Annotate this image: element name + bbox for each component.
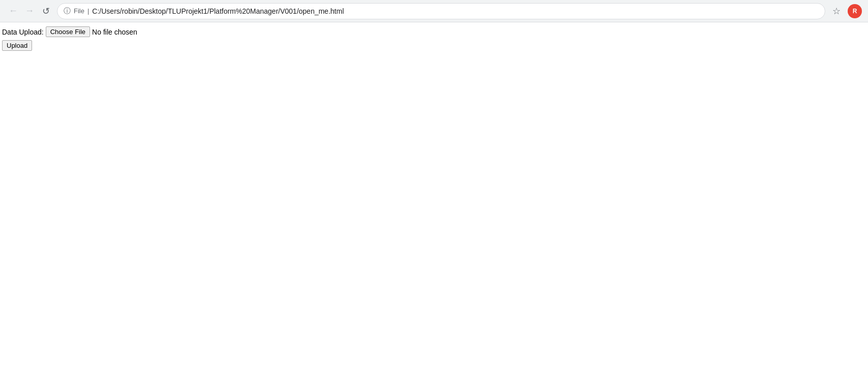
page-content: Data Upload: Choose File No file chosen … — [0, 22, 868, 55]
address-text: C:/Users/robin/Desktop/TLUProjekt1/Platf… — [92, 7, 819, 15]
file-input-wrapper: Choose File No file chosen — [46, 26, 137, 37]
choose-file-button[interactable]: Choose File — [46, 26, 90, 37]
back-button[interactable]: ← — [6, 4, 20, 18]
protocol-label: File — [74, 7, 84, 15]
browser-toolbar: ← → ↺ ⓘ File | C:/Users/robin/Desktop/TL… — [0, 0, 868, 22]
bookmark-button[interactable]: ☆ — [829, 4, 844, 18]
address-separator: | — [87, 7, 89, 15]
upload-row: Data Upload: Choose File No file chosen — [2, 26, 866, 37]
upload-button[interactable]: Upload — [2, 40, 32, 51]
reload-button[interactable]: ↺ — [39, 4, 53, 18]
no-file-text: No file chosen — [92, 28, 137, 36]
upload-label: Data Upload: — [2, 28, 44, 36]
address-bar[interactable]: ⓘ File | C:/Users/robin/Desktop/TLUProje… — [57, 3, 825, 19]
profile-avatar[interactable]: R — [848, 4, 862, 18]
info-icon: ⓘ — [64, 7, 71, 16]
nav-buttons: ← → ↺ — [6, 4, 53, 18]
forward-button[interactable]: → — [22, 4, 37, 18]
